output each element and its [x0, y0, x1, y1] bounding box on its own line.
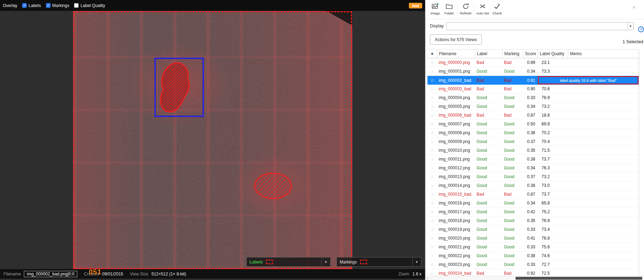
row-marking: Good	[502, 199, 523, 207]
table-row[interactable]: ☆img_000014.pngGoodGood0.3873.0	[427, 181, 639, 190]
row-label-quality: 74.6	[538, 252, 568, 260]
checkbox-checked-icon[interactable]: ✓	[22, 3, 27, 8]
row-star-icon[interactable]: ☆	[427, 243, 437, 251]
table-row[interactable]: ☆img_000013.pngGoodGood0.3773.2	[427, 172, 639, 181]
scrollbar-thumb[interactable]	[516, 277, 642, 280]
chevron-down-icon[interactable]: ▼	[321, 258, 327, 266]
tool-refresh[interactable]: Refresh	[459, 0, 473, 17]
table-row[interactable]: ☆img_000023.pngGoodGood0.3372.7	[427, 260, 639, 269]
display-combobox[interactable]: ▼	[446, 22, 634, 30]
row-marking: Good	[502, 260, 523, 269]
table-row[interactable]: ☆img_000015_bad.BadBad0.8773.7	[427, 190, 639, 199]
table-row[interactable]: ☆img_000007.pngGoodGood0.5069.9	[427, 120, 639, 129]
tool-image[interactable]: Image	[428, 0, 442, 17]
scroll-left-arrow-icon[interactable]: ‹	[427, 276, 428, 280]
ellipse-marking[interactable]	[255, 173, 291, 198]
filename-box[interactable]: img_000002_bad.png|0:0	[24, 271, 77, 277]
row-star-icon[interactable]: ☆	[427, 181, 437, 190]
row-star-icon[interactable]: ☆	[427, 216, 437, 225]
row-filename: img_000000.png	[437, 58, 475, 67]
row-star-icon[interactable]: ☆	[427, 76, 437, 85]
overlay-checkbox-markings[interactable]: ✓Markings	[46, 3, 69, 8]
auto-set-icon	[479, 2, 486, 10]
labels-dropdown[interactable]: Labels ▼	[246, 257, 331, 267]
row-star-icon[interactable]: ☆	[427, 260, 437, 269]
row-star-icon[interactable]: ☆	[427, 85, 437, 93]
column-header-star[interactable]: ★	[427, 50, 437, 58]
row-star-icon[interactable]: ☆	[427, 58, 437, 67]
chevron-down-icon[interactable]: ▼	[412, 258, 418, 266]
column-header-memo[interactable]: Memo	[568, 50, 639, 58]
row-memo	[568, 102, 639, 111]
row-star-icon[interactable]: ☆	[427, 199, 437, 207]
actions-button[interactable]: Actions for 575 Views	[430, 34, 482, 45]
row-star-icon[interactable]: ☆	[427, 164, 437, 172]
row-star-icon[interactable]: ☆	[427, 190, 437, 198]
table-row[interactable]: ☆img_000022.pngGoodGood0.3874.6	[427, 252, 639, 260]
row-memo	[568, 85, 639, 93]
table-row[interactable]: ☆img_000002_badBadBad0.91label quality 1…	[427, 76, 639, 85]
table-row[interactable]: ☆img_000021.pngGoodGood0.3375.6	[427, 243, 639, 252]
row-label: Good	[475, 102, 502, 111]
row-label-quality: 70.2	[538, 129, 568, 137]
row-star-icon[interactable]: ☆	[427, 225, 437, 234]
row-star-icon[interactable]: ☆	[427, 120, 437, 128]
row-star-icon[interactable]: ☆	[427, 129, 437, 137]
row-star-icon[interactable]: ☆	[427, 208, 437, 216]
overlay-checkbox-label-quality[interactable]: Label Quality	[74, 3, 105, 8]
tool-check[interactable]: Check	[490, 0, 504, 17]
table-row[interactable]: ☆img_000019.pngGoodGood0.3373.4	[427, 225, 639, 234]
table-row[interactable]: ☆img_000009.pngGoodGood0.3770.4	[427, 137, 639, 146]
row-star-icon[interactable]: ☆	[427, 111, 437, 119]
help-button[interactable]: ?	[638, 26, 644, 32]
column-header-label[interactable]: Label	[475, 50, 502, 58]
row-label: Good	[475, 155, 502, 163]
table-row[interactable]: ☆img_000004.pngGoodGood0.3376.9	[427, 93, 639, 102]
row-memo	[568, 137, 639, 146]
table-row[interactable]: ☆img_000000.pngBadBad0.6923.1	[427, 58, 639, 67]
tool-auto-set[interactable]: Auto Set	[475, 0, 490, 17]
chevron-down-icon[interactable]: ▼	[627, 22, 633, 30]
table-row[interactable]: ☆img_000003_badBadBad0.9070.6	[427, 85, 639, 93]
overlay-checkbox-labels[interactable]: ✓Labels	[22, 3, 41, 8]
row-star-icon[interactable]: ☆	[427, 172, 437, 181]
check-icon	[493, 2, 501, 10]
column-header-score[interactable]: Score	[523, 50, 538, 58]
row-score: 0.90	[523, 85, 538, 93]
table-row[interactable]: ☆img_000008.pngGoodGood0.3870.2	[427, 129, 639, 137]
row-star-icon[interactable]: ☆	[427, 93, 437, 102]
row-star-icon[interactable]: ☆	[427, 102, 437, 111]
column-header-marking[interactable]: Marking	[502, 50, 523, 58]
table-row[interactable]: ☆img_000010.pngGoodGood0.3571.5	[427, 146, 639, 155]
horizontal-scrollbar[interactable]: ‹	[425, 276, 644, 280]
row-filename: img_000018.png	[437, 216, 475, 225]
row-star-icon[interactable]: ☆	[427, 67, 437, 76]
row-star-icon[interactable]: ☆	[427, 234, 437, 242]
label-blob-marking[interactable]	[160, 63, 189, 112]
label-badge: bad	[409, 3, 422, 8]
table-row[interactable]: ☆img_000001.pngGoodGood0.3473.3	[427, 67, 639, 76]
table-row[interactable]: ☆img_000020.pngGoodGood0.4176.8	[427, 234, 639, 243]
checkbox-unchecked-icon[interactable]	[74, 3, 79, 8]
tool-folder[interactable]: Folder	[442, 0, 456, 17]
row-star-icon[interactable]: ☆	[427, 146, 437, 155]
table-row[interactable]: ☆img_000011.pngGoodGood0.3873.7	[427, 155, 639, 164]
table-row[interactable]: ☆img_000012.pngGoodGood0.3476.3	[427, 164, 639, 172]
table-row[interactable]: ☆img_000018.pngGoodGood0.3576.9	[427, 216, 639, 225]
table-row[interactable]: ☆img_000017.pngGoodGood0.4275.2	[427, 208, 639, 216]
tool-list[interactable]: List	[640, 2, 644, 14]
row-star-icon[interactable]: ☆	[427, 155, 437, 163]
row-star-icon[interactable]: ☆	[427, 137, 437, 146]
table-row[interactable]: ☆img_000005.pngGoodGood0.3473.2	[427, 102, 639, 111]
column-header-label-quality[interactable]: Label Quality	[538, 50, 568, 58]
table-row[interactable]: ☆img_000016.pngGoodGood0.3465.8	[427, 199, 639, 208]
markings-dropdown[interactable]: Markings ▼	[337, 257, 421, 267]
column-header-filename[interactable]: Filename	[437, 50, 475, 58]
labels-dropdown-label: Labels	[250, 260, 263, 265]
row-label: Good	[475, 164, 502, 172]
row-star-icon[interactable]: ☆	[427, 252, 437, 260]
table-row[interactable]: ☆img_000006_badBadBad0.8718.8	[427, 111, 639, 120]
checkbox-checked-icon[interactable]: ✓	[46, 3, 51, 8]
image-canvas[interactable]	[73, 11, 352, 269]
toolbar-more-chevron[interactable]: ›	[633, 4, 635, 11]
